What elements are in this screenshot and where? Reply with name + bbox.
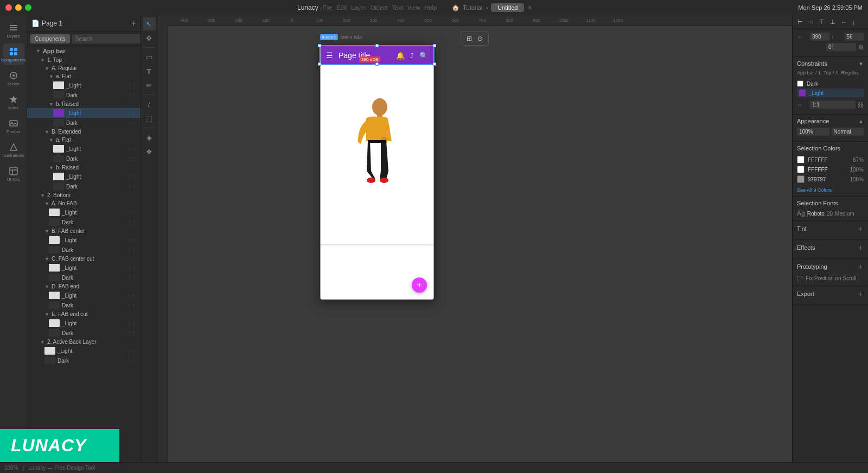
component-tool[interactable]: ❖ — [143, 145, 156, 158]
tree-item-raised-2[interactable]: ▼ b. Raised — [27, 163, 141, 172]
line-tool[interactable]: / — [143, 98, 156, 111]
tree-item-regular[interactable]: ▼ A. Regular — [27, 64, 141, 72]
constraints-header[interactable]: Constraints ▼ — [797, 60, 864, 67]
tree-item-top[interactable]: ▼ 1. Top — [27, 56, 141, 64]
tab-components[interactable]: Components — [30, 34, 70, 43]
add-page-button[interactable]: + — [131, 18, 136, 28]
close-button[interactable] — [5, 4, 12, 11]
color-swatch-1[interactable] — [797, 156, 805, 163]
angle-value[interactable]: 0° — [826, 43, 856, 51]
more-button[interactable]: ↕ — [851, 18, 857, 27]
distribute-h-button[interactable]: ⊥ — [828, 17, 837, 27]
sidebar-item-layers[interactable]: Layers — [3, 20, 24, 41]
tree-item-light-ext-raised[interactable]: _Light ⋮⋮ — [27, 172, 141, 181]
link-icon: ⛓ — [858, 44, 864, 50]
tree-item-light-1[interactable]: _Light ⋮⋮ — [27, 80, 141, 90]
sidebar-item-icons[interactable]: Icons — [3, 91, 24, 113]
tint-add-button[interactable]: + — [857, 224, 864, 233]
selection-fonts-header[interactable]: Selection Fonts — [797, 200, 864, 206]
tree-item-light-raised[interactable]: _Light ⋮⋮ — [27, 108, 141, 118]
tree-item-light-nofab[interactable]: _Light ⋮⋮ — [27, 207, 141, 217]
tree-item-dark-nofab[interactable]: Dark ⋮⋮ — [27, 217, 141, 227]
effects-header[interactable]: Effects + — [797, 243, 864, 252]
tree-item-dark-abl[interactable]: Dark ⋮⋮ — [27, 356, 141, 365]
effects-add-button[interactable]: + — [857, 243, 864, 252]
blend-mode[interactable]: Normal — [832, 128, 864, 136]
svg-rect-17 — [368, 140, 386, 143]
tree-item-light-fabc[interactable]: _Light ⋮⋮ — [27, 235, 141, 245]
color-swatch-2[interactable] — [797, 166, 805, 173]
align-center-button[interactable]: ⊣ — [807, 17, 815, 27]
image-tool[interactable]: ⬚ — [143, 112, 156, 125]
tree-item-light-fabec[interactable]: _Light ⋮⋮ — [27, 318, 141, 328]
tree-item-flat-1[interactable]: ▼ a. Flat — [27, 72, 141, 80]
tree-item-no-fab[interactable]: ▼ A. No FAB — [27, 199, 141, 207]
tree-item-bottom[interactable]: ▼ 2. Bottom — [27, 191, 141, 199]
paint-tool[interactable]: ◈ — [143, 131, 156, 144]
fab-button[interactable]: + — [412, 278, 427, 293]
tree-item-dark-fabcc[interactable]: Dark ⋮⋮ — [27, 273, 141, 282]
selection-colors-header[interactable]: Selection Colors — [797, 145, 864, 152]
color-swatch-3[interactable] — [797, 175, 805, 183]
opacity-value[interactable]: 100% — [797, 128, 829, 136]
y-value[interactable]: 56 — [845, 33, 864, 41]
sidebar-item-styles[interactable]: Styles — [3, 67, 24, 89]
position-ratio[interactable]: 1:1 — [810, 100, 856, 109]
tree-item-dark-ext-flat[interactable]: Dark ⋮⋮ — [27, 154, 141, 163]
tree-item-dark-fabec[interactable]: Dark ⋮⋮ — [27, 328, 141, 338]
rectangle-tool[interactable]: ▭ — [143, 51, 156, 64]
fix-position-checkbox[interactable] — [797, 276, 802, 281]
canvas-area[interactable]: -400 -300 -200 -100 0 100 200 300 400 50… — [157, 15, 792, 473]
tree-item-fab-center-cut[interactable]: ▼ C. FAB center cut — [27, 255, 141, 263]
tree-item-light-fabe[interactable]: _Light ⋮⋮ — [27, 291, 141, 300]
tree-item-fab-end[interactable]: ▼ D. FAB end — [27, 282, 141, 291]
distribute-v-button[interactable]: ↔ — [839, 18, 848, 27]
tree-item-fab-center[interactable]: ▼ B. FAB center — [27, 227, 141, 235]
tree-item-light-abl[interactable]: _Light ⋮⋮ — [27, 346, 141, 356]
see-all-colors[interactable]: See All 9 Colors — [797, 186, 864, 193]
fix-position-row: Fix Position on Scroll — [797, 274, 864, 282]
minimize-button[interactable] — [15, 4, 22, 11]
select-tool[interactable]: ↖ — [143, 17, 156, 30]
tree-item-active-back[interactable]: ▼ 2. Active Back Layer — [27, 338, 141, 346]
fix-position-label: Fix Position on Scroll — [806, 275, 856, 281]
sidebar-item-uikits[interactable]: UI Kits — [3, 163, 24, 185]
tree-item-dark-fabc[interactable]: Dark ⋮⋮ — [27, 245, 141, 255]
tree-item-dark-ext-raised[interactable]: Dark ⋮⋮ — [27, 181, 141, 191]
appearance-header[interactable]: Appearance ▲ — [797, 118, 864, 124]
x-value[interactable]: 390 — [810, 33, 829, 41]
tint-header[interactable]: Tint + — [797, 224, 864, 233]
tree-item-light-fabcc[interactable]: _Light ⋮⋮ — [27, 263, 141, 273]
constraint-light[interactable]: _Light — [797, 89, 864, 97]
tree-item-dark-fabe[interactable]: Dark ⋮⋮ — [27, 300, 141, 310]
tree-item-flat-2[interactable]: ▼ a. Flat — [27, 136, 141, 144]
search-icon: 🔍 — [419, 52, 428, 60]
move-tool[interactable]: ✥ — [143, 31, 156, 45]
align-right-button[interactable]: ⊤ — [818, 17, 826, 27]
tree-item-fab-end-cut[interactable]: ▼ E. FAB end cut — [27, 310, 141, 318]
prototyping-add-button[interactable]: + — [857, 262, 864, 271]
tree-item-dark-1[interactable]: Dark ⋮⋮ — [27, 90, 141, 100]
tools-bar: ↖ ✥ ▭ T ✏ / ⬚ ◈ ❖ — [141, 15, 157, 473]
tree-item-extended[interactable]: ▼ B. Extended — [27, 128, 141, 136]
active-tab[interactable]: Untitled — [491, 3, 524, 12]
tree-item-raised-1[interactable]: ▼ b. Raised — [27, 100, 141, 108]
sidebar-item-photos[interactable]: Photos — [3, 115, 24, 137]
text-tool[interactable]: T — [143, 65, 156, 78]
sidebar-item-components[interactable]: Components — [3, 43, 24, 65]
search-input[interactable] — [72, 34, 141, 43]
sidebar-item-illustrations[interactable]: Illustrations — [3, 139, 24, 161]
align-left-button[interactable]: ⊢ — [796, 17, 805, 27]
tree-header-appbar[interactable]: ▼ App bar — [27, 46, 141, 56]
constraint-dark[interactable]: Dark — [797, 79, 864, 89]
export-header[interactable]: Export + — [797, 289, 864, 298]
pen-tool[interactable]: ✏ — [143, 79, 156, 92]
fullscreen-button[interactable] — [25, 4, 31, 11]
grid-view-button[interactable]: ⊞ — [464, 34, 474, 43]
export-add-button[interactable]: + — [857, 289, 864, 298]
settings-button[interactable]: ⊙ — [475, 34, 485, 43]
tree-item-light-ext-flat[interactable]: _Light ⋮⋮ — [27, 144, 141, 154]
bottom-sep: | — [23, 465, 24, 471]
prototyping-header[interactable]: Prototyping + — [797, 262, 864, 271]
tree-item-dark-raised[interactable]: Dark ⋮⋮ — [27, 118, 141, 128]
